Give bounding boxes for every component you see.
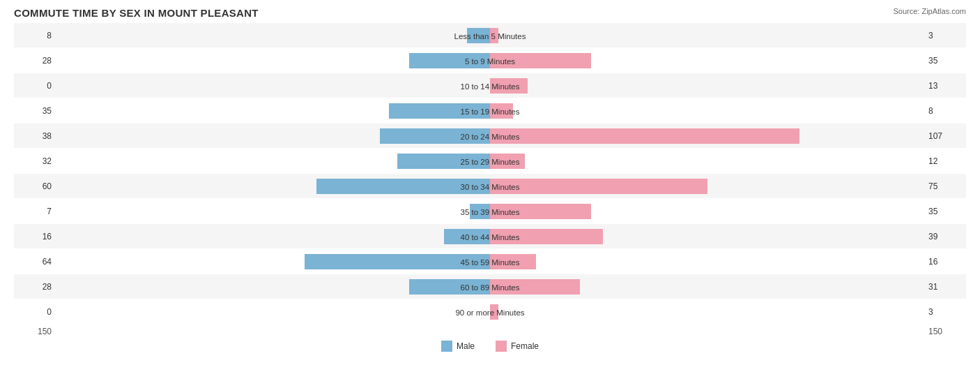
left-half (56, 53, 490, 68)
right-half (490, 279, 924, 295)
right-value: 3 (924, 31, 966, 40)
left-half (56, 279, 490, 295)
bar-section: 20 to 24 Minutes (56, 124, 924, 148)
chart-row: 8 Less than 5 Minutes 3 (14, 23, 966, 47)
female-bar (490, 154, 525, 169)
female-label: Female (511, 341, 539, 351)
right-half (490, 304, 924, 320)
right-half (490, 254, 924, 269)
male-color-swatch (441, 341, 452, 352)
left-value: 38 (14, 131, 56, 141)
female-bar (490, 304, 498, 320)
left-half (56, 229, 490, 244)
left-value: 0 (14, 81, 56, 91)
right-half (490, 78, 924, 94)
bar-section: 10 to 14 Minutes (56, 73, 924, 98)
left-value: 0 (14, 307, 56, 317)
dual-bar: 5 to 9 Minutes (56, 53, 924, 68)
dual-bar: 10 to 14 Minutes (56, 78, 924, 94)
right-half (490, 128, 924, 144)
female-bar (490, 204, 591, 219)
right-value: 39 (924, 232, 966, 241)
left-value: 28 (14, 56, 56, 66)
left-value: 28 (14, 282, 56, 292)
female-color-swatch (496, 341, 507, 352)
right-value: 35 (924, 56, 966, 66)
right-value: 35 (924, 207, 966, 216)
chart-row: 16 40 to 44 Minutes 39 (14, 224, 966, 248)
right-value: 3 (924, 307, 966, 317)
left-half (56, 179, 490, 194)
left-half (56, 28, 490, 43)
chart-row: 32 25 to 29 Minutes 12 (14, 149, 966, 173)
chart-row: 28 60 to 89 Minutes 31 (14, 274, 966, 299)
left-value: 16 (14, 232, 56, 241)
bar-section: 60 to 89 Minutes (56, 274, 924, 299)
chart-title: COMMUTE TIME BY SEX IN MOUNT PLEASANT (14, 7, 966, 19)
male-bar (444, 229, 490, 244)
male-bar (305, 254, 490, 269)
dual-bar: 45 to 59 Minutes (56, 254, 924, 269)
legend-female: Female (496, 341, 539, 352)
left-half (56, 103, 490, 119)
bar-section: 5 to 9 Minutes (56, 48, 924, 73)
dual-bar: 20 to 24 Minutes (56, 128, 924, 144)
right-half (490, 53, 924, 68)
bar-section: 30 to 34 Minutes (56, 174, 924, 198)
right-half (490, 28, 924, 43)
dual-bar: 90 or more Minutes (56, 304, 924, 320)
left-value: 8 (14, 31, 56, 40)
dual-bar: 40 to 44 Minutes (56, 229, 924, 244)
male-bar (467, 28, 490, 43)
female-bar (490, 128, 799, 144)
chart-row: 0 90 or more Minutes 3 (14, 299, 966, 324)
left-value: 64 (14, 257, 56, 267)
female-bar (490, 254, 536, 269)
left-half (56, 304, 490, 320)
right-half (490, 179, 924, 194)
axis-right-value: 150 (924, 327, 966, 336)
bar-section: 15 to 19 Minutes (56, 98, 924, 123)
chart-row: 38 20 to 24 Minutes 107 (14, 124, 966, 148)
right-half (490, 204, 924, 219)
chart-row: 28 5 to 9 Minutes 35 (14, 48, 966, 73)
dual-bar: 15 to 19 Minutes (56, 103, 924, 119)
right-value: 12 (924, 156, 966, 166)
left-half (56, 78, 490, 94)
bar-section: 25 to 29 Minutes (56, 149, 924, 173)
female-bar (490, 103, 513, 119)
left-half (56, 154, 490, 169)
male-bar (397, 154, 490, 169)
source-label: Source: ZipAtlas.com (893, 7, 966, 15)
left-value: 60 (14, 181, 56, 191)
right-half (490, 229, 924, 244)
chart-row: 7 35 to 39 Minutes 35 (14, 199, 966, 223)
dual-bar: 35 to 39 Minutes (56, 204, 924, 219)
left-half (56, 254, 490, 269)
right-half (490, 103, 924, 119)
left-value: 35 (14, 106, 56, 116)
bars-area: 8 Less than 5 Minutes 3 28 (14, 23, 966, 324)
right-value: 13 (924, 81, 966, 91)
bar-section: 35 to 39 Minutes (56, 199, 924, 223)
male-bar (409, 53, 490, 68)
chart-container: COMMUTE TIME BY SEX IN MOUNT PLEASANT So… (0, 0, 980, 365)
bar-section: 45 to 59 Minutes (56, 249, 924, 274)
bar-section: 40 to 44 Minutes (56, 224, 924, 248)
right-value: 8 (924, 106, 966, 116)
chart-row: 0 10 to 14 Minutes 13 (14, 73, 966, 98)
chart-row: 35 15 to 19 Minutes 8 (14, 98, 966, 123)
axis-row: 150 150 (14, 327, 966, 336)
left-half (56, 204, 490, 219)
male-bar (409, 279, 490, 295)
male-bar (470, 204, 490, 219)
female-bar (490, 229, 603, 244)
legend-male: Male (441, 341, 475, 352)
dual-bar: 25 to 29 Minutes (56, 154, 924, 169)
left-half (56, 128, 490, 144)
chart-row: 64 45 to 59 Minutes 16 (14, 249, 966, 274)
right-value: 31 (924, 282, 966, 292)
male-bar (389, 103, 490, 119)
dual-bar: 30 to 34 Minutes (56, 179, 924, 194)
male-bar (316, 179, 490, 194)
